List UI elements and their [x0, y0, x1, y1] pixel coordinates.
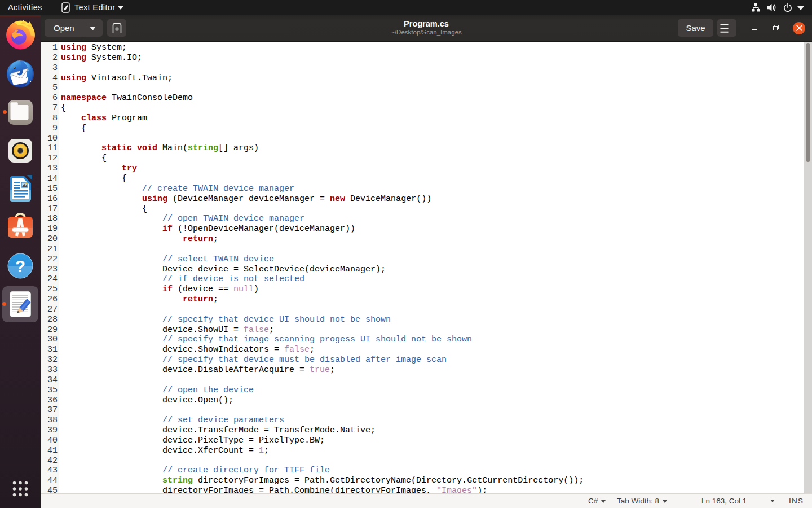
svg-text:?: ? [15, 257, 25, 275]
